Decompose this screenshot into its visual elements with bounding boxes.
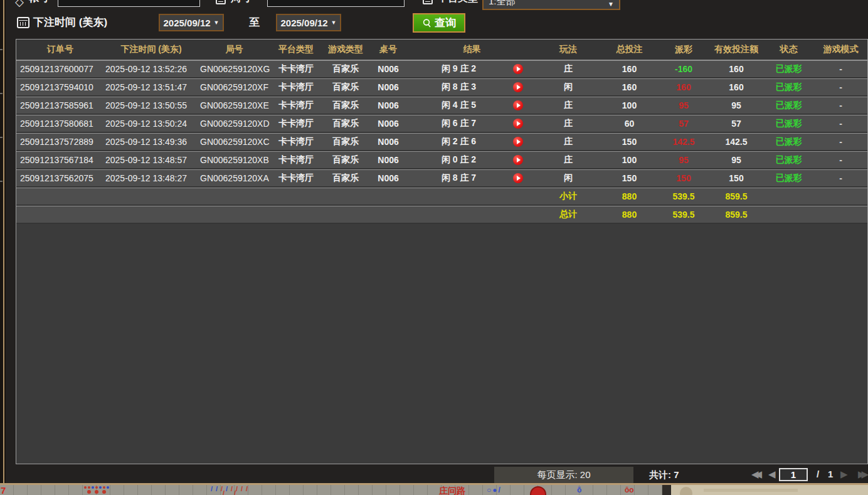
road-dot (87, 490, 91, 494)
cell-game: 百家乐 (322, 63, 369, 75)
cell-status: 已派彩 (765, 82, 813, 93)
cell-play: 闲 (537, 173, 600, 184)
next-page-button[interactable]: ▶ (840, 469, 844, 480)
account-input[interactable] (58, 0, 200, 7)
chevron-down-icon: ▼ (608, 1, 614, 8)
cell-table: N006 (369, 100, 407, 110)
cell-valid_bet: 160 (708, 82, 765, 92)
cell-game: 百家乐 (322, 173, 369, 184)
road-dot (95, 486, 98, 489)
cell-platform: 卡卡湾厅 (270, 154, 322, 166)
replay-video-icon[interactable] (513, 82, 523, 92)
cell-result: 闲 6 庄 7 (407, 118, 537, 129)
screen: ◇ 帐号 局号 平台类型 1:全部 ▼ 查询 下注时间 (美东) 2025/09… (0, 0, 868, 495)
date-from-picker[interactable]: 2025/09/12 ▼ (159, 14, 224, 31)
cell-round: GN006259120XD (198, 119, 270, 129)
cell-time: 2025-09-12 13:51:47 (104, 82, 198, 92)
table-row[interactable]: 2509121375671842025-09-12 13:48:57GN0062… (16, 151, 867, 169)
cell-time: 2025-09-12 13:48:57 (104, 155, 198, 165)
replay-video-icon[interactable] (513, 173, 523, 183)
cell-play: 庄 (537, 136, 600, 147)
road-slash: / (241, 486, 243, 492)
cell-game: 百家乐 (322, 100, 369, 111)
cell-table: N006 (369, 64, 407, 74)
search-icon (422, 18, 432, 28)
road-dot (102, 490, 106, 494)
cell-payout: -160 (659, 64, 708, 74)
text-smudge (704, 489, 798, 492)
cell-status: 已派彩 (765, 136, 813, 147)
date-to-picker[interactable]: 2025/09/12 ▼ (276, 14, 341, 31)
first-page-button[interactable]: ◀◀ (751, 469, 758, 480)
divider (662, 485, 671, 495)
cell-order: 250912137580681 (16, 119, 104, 129)
column-header-result: 结果 (407, 44, 537, 55)
page-number-input[interactable]: 1 (779, 468, 808, 481)
road-slash: / (216, 486, 218, 492)
background-window-left-edge (0, 0, 6, 484)
cell-play: 庄 (537, 118, 600, 129)
table-row[interactable]: 2509121375728892025-09-12 13:49:36GN0062… (16, 133, 867, 151)
bet-time-label: 下注时间 (美东) (33, 15, 107, 29)
replay-video-icon[interactable] (513, 64, 523, 74)
road-slash: / (231, 486, 233, 492)
total-row-cell-payout: 539.5 (659, 210, 708, 220)
query-button[interactable]: 查询 (413, 13, 465, 33)
column-header-valid_bet: 有效投注额 (708, 44, 765, 55)
cell-status: 已派彩 (765, 173, 813, 184)
road-slash: / (211, 486, 213, 492)
result-text: 闲 4 庄 5 (442, 100, 476, 110)
replay-video-icon[interactable] (513, 155, 523, 165)
platform-select[interactable]: 1:全部 ▼ (482, 0, 620, 10)
account-filter-label: 帐号 (29, 0, 49, 5)
bet-records-table: 订单号下注时间 (美东)局号平台类型游戏类型桌号结果玩法总投注派彩有效投注额状态… (16, 39, 868, 464)
column-header-total_bet: 总投注 (600, 44, 659, 55)
background-roadmap-strip: 7 / / / / / / / / / / 庄问路 ○●/ õ ŏo (0, 485, 868, 495)
round-input[interactable] (267, 0, 405, 7)
cell-payout: 95 (659, 155, 708, 165)
cell-order: 250912137594010 (16, 82, 104, 92)
table-row[interactable]: 2509121375806812025-09-12 13:50:24GN0062… (16, 115, 867, 133)
cell-time: 2025-09-12 13:50:24 (104, 119, 198, 129)
cell-platform: 卡卡湾厅 (270, 63, 322, 75)
cell-platform: 卡卡湾厅 (270, 82, 322, 93)
cell-status: 已派彩 (765, 154, 813, 166)
cell-status: 已派彩 (765, 100, 813, 111)
cell-order: 250912137572889 (16, 137, 104, 147)
cell-table: N006 (369, 155, 407, 165)
replay-video-icon[interactable] (513, 119, 523, 129)
road-slash: / (246, 486, 248, 492)
cell-play: 庄 (537, 154, 600, 166)
date-from-value: 2025/09/12 (164, 18, 211, 28)
cell-order: 250912137562075 (16, 173, 104, 183)
cell-game: 百家乐 (322, 154, 369, 166)
cell-order: 250912137600077 (16, 64, 104, 74)
to-label: 至 (249, 15, 260, 29)
cell-game: 百家乐 (322, 82, 369, 93)
replay-video-icon[interactable] (513, 100, 523, 110)
replay-video-icon[interactable] (513, 137, 523, 147)
round-filter-label: 局号 (231, 0, 251, 5)
cell-valid_bet: 160 (708, 64, 765, 74)
cell-status: 已派彩 (765, 118, 813, 129)
table-row[interactable]: 2509121375859612025-09-12 13:50:55GN0062… (16, 97, 867, 115)
result-text: 闲 9 庄 2 (442, 63, 476, 73)
cell-result: 闲 9 庄 2 (407, 63, 537, 75)
cell-payout: 95 (659, 100, 708, 110)
page-size-label: 每页显示: 20 (494, 469, 633, 481)
cell-platform: 卡卡湾厅 (270, 136, 322, 147)
background-number-fragment: 7 (1, 485, 6, 495)
bet-records-window: ◇ 帐号 局号 平台类型 1:全部 ▼ 查询 下注时间 (美东) 2025/09… (0, 0, 868, 484)
cell-payout: 57 (659, 119, 708, 129)
form-icon (423, 0, 433, 4)
cell-total_bet: 160 (600, 64, 659, 74)
table-row[interactable]: 2509121376000772025-09-12 13:52:26GN0062… (16, 60, 867, 78)
table-row[interactable]: 2509121375620752025-09-12 13:48:27GN0062… (16, 169, 867, 188)
table-row[interactable]: 2509121375940102025-09-12 13:51:47GN0062… (16, 78, 867, 97)
prev-page-button[interactable]: ◀ (768, 469, 772, 480)
cell-round: GN006259120XA (198, 173, 270, 183)
cell-payout: 142.5 (659, 137, 708, 147)
cell-mode: - (813, 64, 868, 74)
last-page-button[interactable]: ▶▶ (858, 469, 865, 480)
calendar-icon (17, 17, 29, 28)
